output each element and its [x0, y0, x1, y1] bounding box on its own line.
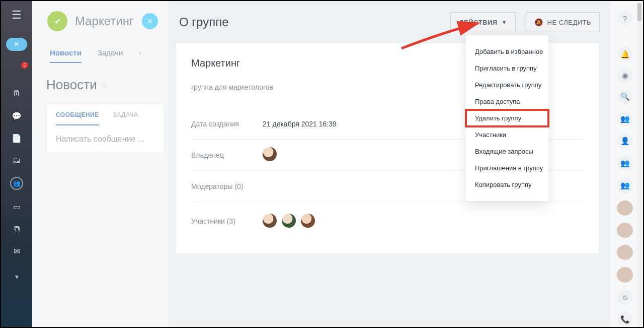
- unfollow-button[interactable]: 🔕 НЕ СЛЕДИТЬ: [526, 12, 600, 32]
- tab-news[interactable]: Новости: [50, 48, 82, 63]
- nav-sites-icon[interactable]: ⧉: [11, 223, 22, 234]
- rail-contact[interactable]: 👥: [617, 156, 633, 171]
- left-nav: ☰ ✕ 1 🗓 💬 📄 🗂 👥 ▭ ⧉ ✉ ▾: [1, 1, 32, 327]
- nav-close-pill[interactable]: ✕: [6, 38, 27, 51]
- rail-call-icon[interactable]: 📞: [617, 312, 633, 327]
- actions-button-label: ДЕЙСТВИЯ: [459, 19, 497, 26]
- rail-contact[interactable]: 👥: [617, 111, 633, 126]
- compose-tab-task[interactable]: ЗАДАЧА: [113, 111, 138, 125]
- mute-icon: 🔕: [534, 18, 543, 26]
- notifications-icon[interactable]: 🔔: [617, 47, 632, 61]
- nav-groups-icon[interactable]: 👥: [10, 177, 23, 190]
- member-avatar[interactable]: [301, 214, 315, 228]
- chevron-down-icon: ▼: [502, 19, 507, 25]
- search-icon[interactable]: 🔍: [617, 90, 632, 104]
- help-icon[interactable]: ?: [617, 11, 632, 25]
- group-logo-icon: ✔: [47, 11, 67, 31]
- created-value: 21 декабря 2021 16:39: [263, 120, 337, 128]
- nav-docs-icon[interactable]: 📄: [11, 133, 22, 144]
- nav-feed[interactable]: 1: [11, 66, 22, 77]
- moderators-label: Модераторы (0): [191, 182, 263, 190]
- actions-menu-item[interactable]: Добавить в избранное: [466, 43, 548, 60]
- close-group-button[interactable]: ×: [142, 13, 158, 29]
- actions-button[interactable]: ДЕЙСТВИЯ ▼: [450, 12, 516, 32]
- member-avatar[interactable]: [282, 214, 296, 228]
- actions-menu-item[interactable]: Права доступа: [466, 93, 548, 110]
- actions-menu-item[interactable]: Приглашения в группу: [466, 160, 548, 176]
- news-heading: Новости: [46, 77, 97, 93]
- compose-input[interactable]: Написать сообщение ...: [47, 125, 164, 153]
- scrollbar[interactable]: [637, 2, 642, 326]
- right-rail: ? 🔔 ◉ 🔍 👥 👤 👥 👥 ⎋ 📞: [614, 1, 636, 327]
- created-label: Дата создания: [191, 120, 263, 128]
- nav-calendar-icon[interactable]: 🗓: [11, 88, 22, 99]
- actions-menu-item[interactable]: Входящие запросы: [466, 143, 548, 160]
- group-title: Маркетинг: [75, 14, 134, 28]
- actions-menu-item[interactable]: Редактировать группу: [466, 77, 548, 93]
- scrollbar-thumb[interactable]: [637, 3, 641, 21]
- actions-menu-item[interactable]: Копировать группу: [466, 176, 548, 193]
- member-avatar[interactable]: [263, 214, 277, 228]
- group-page-dimmed: ✔ Маркетинг × Новости Задачи › Новости ☆…: [32, 1, 168, 327]
- actions-dropdown: Добавить в избранноеПригласить в группуР…: [466, 35, 548, 201]
- favorite-star-icon[interactable]: ☆: [101, 80, 108, 90]
- nav-chat-icon[interactable]: 💬: [11, 110, 22, 121]
- actions-menu-item[interactable]: Удалить группу: [466, 110, 548, 126]
- rail-contact[interactable]: 👤: [617, 134, 633, 149]
- menu-icon[interactable]: ☰: [12, 9, 22, 22]
- nav-badge: 1: [21, 62, 28, 69]
- owner-label: Владелец: [191, 151, 263, 159]
- rail-contact[interactable]: [617, 223, 633, 238]
- nav-drive-icon[interactable]: 🗂: [11, 155, 22, 166]
- rail-contact[interactable]: 👥: [617, 178, 633, 193]
- rail-contact[interactable]: [617, 245, 633, 260]
- unfollow-button-label: НЕ СЛЕДИТЬ: [547, 19, 591, 26]
- tabs-more-icon[interactable]: ›: [139, 48, 141, 63]
- compose-box: СООБЩЕНИЕ ЗАДАЧА Написать сообщение ...: [46, 104, 165, 153]
- actions-menu-item[interactable]: Участники: [466, 126, 548, 143]
- activity-icon[interactable]: ◉: [617, 69, 632, 83]
- compose-tab-message[interactable]: СООБЩЕНИЕ: [56, 111, 99, 125]
- rail-contact[interactable]: [617, 201, 633, 216]
- panel-title: О группе: [179, 15, 229, 29]
- members-label: Участники (3): [191, 217, 263, 225]
- group-tabs: Новости Задачи ›: [32, 36, 168, 63]
- tab-tasks[interactable]: Задачи: [98, 48, 123, 63]
- owner-avatar[interactable]: [263, 147, 277, 161]
- nav-crm-icon[interactable]: ▭: [11, 201, 22, 212]
- rail-contact[interactable]: [617, 267, 633, 282]
- actions-menu-item[interactable]: Пригласить в группу: [466, 60, 548, 77]
- rail-logout-icon[interactable]: ⎋: [617, 290, 633, 305]
